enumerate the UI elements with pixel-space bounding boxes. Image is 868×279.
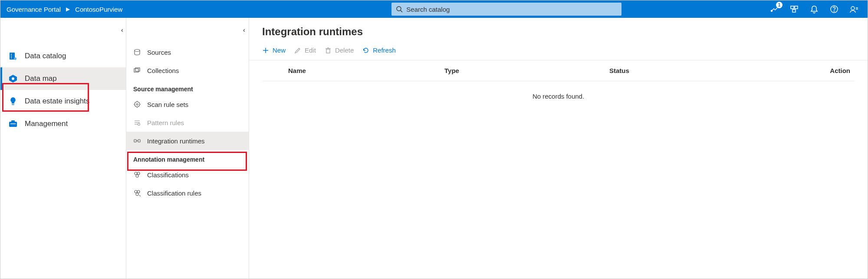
diagnostics-icon[interactable]: 1 [769,4,779,14]
top-icon-bar: 1 [769,4,861,14]
svg-rect-12 [11,57,12,58]
collapse-secondary-icon[interactable]: ‹‹ [243,27,243,33]
svg-line-42 [139,195,141,196]
pattern-icon [133,119,141,126]
toolbar: New Edit Delete Refresh [249,43,868,60]
collections-icon[interactable] [789,4,799,14]
nav-integration-runtimes[interactable]: Integration runtimes [126,132,249,150]
breadcrumb-root[interactable]: Governance Portal [7,6,61,13]
breadcrumb: Governance Portal ▶ ContosoPurview [7,6,122,13]
svg-rect-45 [326,49,330,53]
integration-icon [133,137,141,145]
nav-classifications[interactable]: Classifications [126,166,249,184]
svg-point-37 [137,172,140,175]
svg-point-7 [834,11,834,11]
svg-point-2 [771,10,773,12]
sidebar-item-data-map[interactable]: Data map [0,67,126,90]
catalog-icon [8,51,18,61]
primary-sidebar: ‹‹ Data catalog Data map Data estate ins… [0,18,126,279]
delete-button: Delete [325,46,354,54]
button-label: Refresh [373,46,396,54]
nav-scan-rule-sets[interactable]: Scan rule sets [126,95,249,113]
svg-point-41 [136,193,138,196]
nav-classification-rules[interactable]: Classification rules [126,184,249,202]
button-label: New [273,46,286,54]
svg-rect-22 [135,68,140,71]
data-map-icon [8,74,18,83]
svg-point-23 [135,102,140,107]
svg-rect-4 [795,6,798,9]
svg-rect-21 [134,69,138,72]
sidebar-item-data-catalog[interactable]: Data catalog [0,45,126,67]
svg-rect-5 [792,10,796,12]
insights-icon [8,96,18,106]
search-input[interactable]: Search catalog [391,3,621,16]
svg-line-1 [401,10,402,12]
new-button[interactable]: New [262,46,286,54]
pencil-icon [294,47,301,54]
nav-label: Classification rules [147,189,201,197]
refresh-button[interactable]: Refresh [362,46,396,54]
search-placeholder: Search catalog [406,6,450,13]
col-type[interactable]: Type [444,67,609,74]
help-icon[interactable] [829,4,839,14]
svg-rect-10 [11,54,12,55]
search-icon [396,6,403,13]
sources-icon [133,48,141,56]
collapse-primary-icon[interactable]: ‹‹ [121,27,122,33]
svg-rect-11 [11,56,12,56]
runtime-table: Name Type Status Action No records found… [249,60,868,279]
nav-label: Classifications [147,171,189,179]
sidebar-item-label: Data estate insights [25,97,89,106]
nav-label: Scan rule sets [147,101,188,108]
sidebar-item-label: Management [25,120,68,128]
col-action: Action [802,67,855,74]
classifications-icon [133,171,141,179]
svg-point-20 [135,50,140,52]
svg-rect-33 [134,140,136,142]
sidebar-item-label: Data map [25,74,57,83]
sidebar-item-insights[interactable]: Data estate insights [0,90,126,113]
nav-label: Sources [147,49,171,56]
top-header: Governance Portal ▶ ContosoPurview Searc… [0,0,868,18]
refresh-icon [362,47,369,54]
breadcrumb-current[interactable]: ContosoPurview [75,6,122,13]
svg-point-8 [851,7,855,10]
nav-collections[interactable]: Collections [126,61,249,80]
scan-icon [133,100,141,108]
main-content: Integration runtimes New Edit Delete Ref… [249,18,868,279]
chevron-right-icon: ▶ [66,6,70,12]
nav-label: Integration runtimes [147,137,205,145]
svg-point-39 [135,190,137,193]
svg-point-36 [135,172,137,175]
svg-point-24 [136,103,138,105]
bell-icon[interactable] [809,4,819,14]
table-header: Name Type Status Action [262,60,855,81]
button-label: Delete [335,46,354,54]
plus-icon [262,47,269,54]
button-label: Edit [305,46,316,54]
svg-point-32 [138,123,140,126]
empty-state: No records found. [262,81,855,111]
nav-pattern-rules: Pattern rules [126,113,249,132]
sidebar-item-management[interactable]: Management [0,113,126,135]
page-title: Integration runtimes [249,18,868,43]
management-icon [8,119,18,129]
feedback-icon[interactable] [849,4,859,14]
group-annotation-management: Annotation management [126,150,249,166]
svg-point-15 [12,77,14,80]
classification-rules-icon [133,189,141,197]
nav-label: Pattern rules [147,119,184,126]
nav-sources[interactable]: Sources [126,43,249,61]
sidebar-item-label: Data catalog [25,52,66,60]
svg-rect-16 [12,104,14,105]
secondary-sidebar: ‹‹ Sources Collections Source management… [126,18,249,279]
svg-rect-17 [9,122,17,127]
svg-rect-19 [10,123,16,124]
col-name[interactable]: Name [262,67,444,74]
svg-rect-3 [791,6,794,9]
collections-icon [133,66,141,74]
svg-point-40 [137,190,140,193]
col-status[interactable]: Status [609,67,802,74]
svg-point-0 [397,7,401,11]
